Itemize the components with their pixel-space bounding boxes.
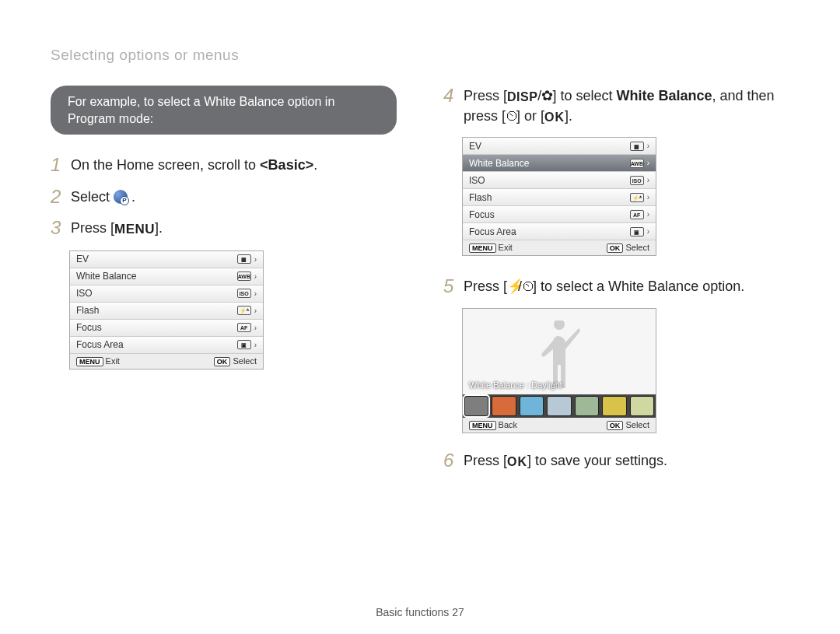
camera-menu-screenshot-1: EV ▦› White Balance AWB› ISO ISO› Flash … — [69, 250, 264, 370]
ok-pill: OK — [607, 421, 624, 430]
page-footer: Basic functions 27 — [0, 606, 840, 618]
ok-pill: OK — [607, 243, 624, 253]
footer-left: MENU Exit — [469, 243, 513, 253]
value-icon: ISO — [630, 176, 644, 185]
step-number: 5 — [443, 276, 464, 296]
text-fragment: ] to save your settings. — [527, 453, 667, 468]
footer-text: Exit — [106, 356, 120, 366]
step-text: On the Home screen, scroll to <Basic>. — [71, 155, 397, 175]
value-icon: AWB — [237, 271, 251, 281]
step-5: 5 Press [⚡/⏲] to select a White Balance … — [443, 276, 789, 296]
text-fragment: ] or [ — [516, 108, 544, 124]
step-1: 1 On the Home screen, scroll to <Basic>. — [51, 155, 397, 175]
menu-row-focus: Focus AF› — [463, 206, 656, 223]
step-4: 4 Press [DISP/✿] to select White Balance… — [443, 86, 789, 126]
menu-row-focusarea: Focus Area ▣› — [463, 223, 656, 240]
text-bold: White Balance — [616, 88, 712, 103]
macro-flower-icon: ✿ — [541, 86, 552, 106]
footer-right: OK Select — [607, 243, 649, 253]
menu-label: Flash — [469, 192, 492, 203]
text-fragment: Select — [71, 189, 114, 205]
wb-thumb — [520, 396, 544, 416]
menu-row-ev: EV ▦› — [70, 251, 263, 268]
menu-value: ISO› — [630, 176, 649, 185]
step-number: 6 — [443, 450, 464, 471]
wb-thumb — [492, 396, 516, 416]
callout-line-1: For example, to select a White Balance o… — [68, 95, 334, 108]
value-icon: ▣ — [630, 227, 644, 236]
menu-row-flash: Flash ⚡ᴬ› — [70, 303, 263, 320]
callout-line-2: Program mode: — [68, 112, 153, 125]
wb-thumb — [464, 396, 488, 416]
menu-label: White Balance — [469, 158, 529, 169]
menu-value: ▣› — [237, 340, 257, 349]
menu-label: Focus Area — [76, 339, 124, 350]
menu-row-flash: Flash ⚡ᴬ› — [463, 189, 656, 206]
program-mode-icon — [114, 190, 128, 204]
footer-left: MENU Back — [469, 420, 517, 430]
menu-value: ▦› — [630, 142, 649, 151]
menu-pill: MENU — [469, 421, 496, 430]
chevron-right-icon: › — [647, 176, 649, 184]
footer-right: OK Select — [607, 420, 649, 430]
text-fragment: . — [131, 189, 135, 205]
content-columns: For example, to select a White Balance o… — [51, 86, 789, 482]
value-icon: ISO — [237, 289, 251, 298]
footer-text: Select — [625, 420, 649, 429]
callout-box: For example, to select a White Balance o… — [51, 86, 397, 135]
text-fragment: On the Home screen, scroll to — [71, 157, 260, 173]
menu-row-iso: ISO ISO› — [70, 285, 263, 303]
menu-label: ISO — [469, 175, 485, 186]
footer-text: Select — [233, 356, 257, 366]
menu-row-wb-selected: White Balance AWB› — [463, 155, 656, 172]
step-number: 2 — [51, 187, 71, 207]
step-text: Press [MENU]. — [71, 218, 397, 240]
step-text: Press [OK] to save your settings. — [464, 450, 789, 471]
menu-value: AF› — [630, 210, 649, 219]
step-number: 3 — [51, 218, 71, 238]
preview-image: White Balance : Daylight — [463, 309, 656, 394]
wb-thumb — [602, 396, 626, 416]
ok-label: OK — [544, 108, 565, 126]
wb-thumb — [575, 396, 599, 416]
menu-value: ISO› — [237, 289, 257, 298]
value-icon: ▦ — [237, 254, 251, 264]
text-fragment: Press [ — [464, 88, 507, 103]
menu-pill: MENU — [76, 357, 103, 366]
wb-thumb-strip — [463, 394, 656, 418]
value-icon: ▣ — [237, 340, 251, 349]
menu-label: Focus Area — [469, 226, 516, 237]
right-column: 4 Press [DISP/✿] to select White Balance… — [443, 86, 789, 482]
value-icon: AF — [237, 323, 251, 332]
menu-row-focus: Focus AF› — [70, 320, 263, 337]
menu-value: AWB› — [237, 271, 257, 281]
chevron-right-icon: › — [254, 306, 257, 315]
menu-footer: MENU Exit OK Select — [70, 354, 263, 369]
menu-label: Focus — [76, 322, 102, 333]
ok-pill: OK — [214, 357, 231, 366]
menu-footer: MENU Exit OK Select — [463, 240, 656, 255]
menu-label: EV — [76, 254, 89, 264]
timer-icon: ⏲ — [522, 276, 533, 296]
value-icon: ⚡ᴬ — [237, 306, 251, 315]
text-bold: <Basic> — [260, 157, 313, 173]
step-text: Press [⚡/⏲] to select a White Balance op… — [464, 276, 789, 296]
chevron-right-icon: › — [254, 324, 257, 332]
menu-label: Flash — [76, 305, 99, 316]
chevron-right-icon: › — [254, 255, 257, 264]
step-3: 3 Press [MENU]. — [51, 218, 397, 240]
menu-label: EV — [469, 141, 481, 152]
footer-text: Select — [625, 243, 649, 252]
menu-value: ▣› — [630, 227, 649, 236]
timer-icon: ⏲ — [506, 106, 516, 126]
camera-menu-screenshot-2: EV ▦› White Balance AWB› ISO ISO› Flash … — [462, 137, 656, 256]
menu-value: ⚡ᴬ› — [237, 306, 257, 315]
menu-label: White Balance — [76, 271, 136, 282]
chevron-right-icon: › — [254, 289, 257, 298]
wb-selected-label: White Balance : Daylight — [469, 380, 562, 390]
footer-text: Back — [499, 420, 517, 429]
footer-page-number: 27 — [452, 606, 464, 618]
menu-label: MENU — [114, 220, 155, 240]
footer-text: Exit — [499, 243, 513, 252]
menu-label: Focus — [469, 209, 495, 220]
